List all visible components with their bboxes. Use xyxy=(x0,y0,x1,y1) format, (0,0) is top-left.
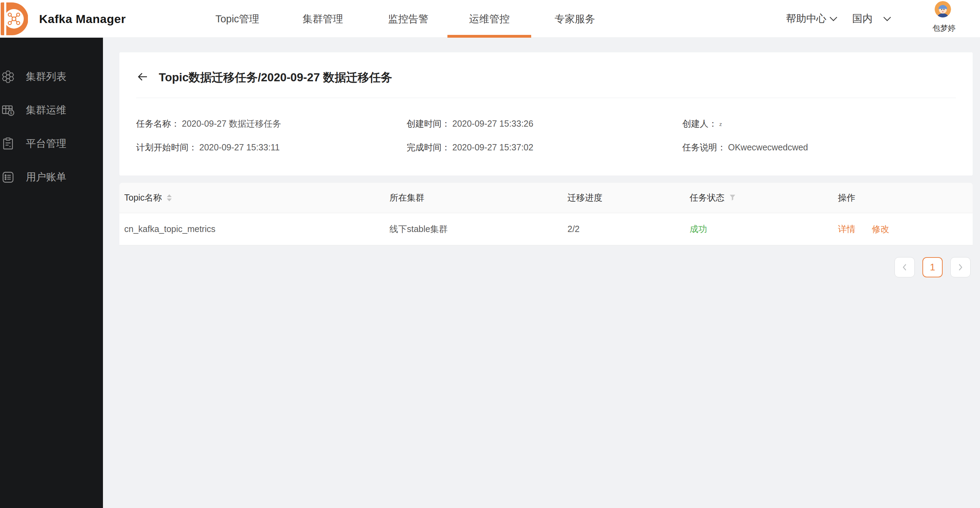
sort-control[interactable] xyxy=(167,194,172,201)
app-title: Kafka Manager xyxy=(39,0,126,38)
tab-topic-manage[interactable]: Topic管理 xyxy=(215,0,259,38)
next-page-button[interactable] xyxy=(950,257,970,277)
col-topic-name: Topic名称 xyxy=(119,183,385,213)
cluster-list-icon xyxy=(2,70,15,83)
top-header: Kafka Manager Topic管理 集群管理 监控告警 运维管控 专家服… xyxy=(0,0,980,38)
username: 包梦婷 xyxy=(932,23,956,33)
detail-task-description: 任务说明：OKwecwecwedcwed xyxy=(682,142,808,153)
caret-up-icon xyxy=(167,194,172,197)
sidebar-item-user-billing[interactable]: 用户账单 xyxy=(0,160,103,194)
cell-actions: 详情 修改 xyxy=(833,213,973,245)
detail-finish-time: 完成时间：2020-09-27 15:37:02 xyxy=(407,142,533,153)
filter-funnel-icon[interactable] xyxy=(729,194,737,201)
sidebar-item-label: 平台管理 xyxy=(26,137,66,151)
cell-progress: 2/2 xyxy=(563,213,685,245)
tab-expert-service[interactable]: 专家服务 xyxy=(555,0,595,38)
chevron-right-icon xyxy=(957,263,964,271)
help-center-menu[interactable]: 帮助中心 xyxy=(786,0,838,38)
col-status: 任务状态 xyxy=(685,183,833,213)
region-label: 国内 xyxy=(852,12,872,26)
sidebar-item-label: 用户账单 xyxy=(26,170,66,184)
sidebar-item-platform-manage[interactable]: 平台管理 xyxy=(0,127,103,160)
page-1-button[interactable]: 1 xyxy=(923,257,943,277)
active-tab-indicator xyxy=(447,35,531,38)
divider xyxy=(136,98,956,98)
cell-cluster: 线下stable集群 xyxy=(385,213,563,245)
sidebar-item-label: 集群列表 xyxy=(26,70,66,84)
back-arrow-icon[interactable] xyxy=(136,70,149,83)
platform-manage-icon xyxy=(2,137,15,150)
avatar[interactable] xyxy=(935,1,951,17)
cell-topic-name: cn_kafka_topic_metrics xyxy=(119,213,385,245)
modify-link[interactable]: 修改 xyxy=(872,224,889,234)
detail-creator: 创建人：z xyxy=(682,118,722,129)
app-logo-icon xyxy=(0,2,28,36)
detail-plan-start-time: 计划开始时间：2020-09-27 15:33:11 xyxy=(136,142,280,153)
col-cluster: 所在集群 xyxy=(385,183,563,213)
task-detail-card: Topic数据迁移任务/2020-09-27 数据迁移任务 任务名称：2020-… xyxy=(119,52,973,176)
help-center-label: 帮助中心 xyxy=(786,12,826,26)
region-selector[interactable]: 国内 xyxy=(852,0,891,38)
chevron-left-icon xyxy=(901,263,908,271)
sidebar-item-cluster-ops[interactable]: $ 集群运维 xyxy=(0,94,103,127)
sidebar: 集群列表 $ 集群运维 平台管理 xyxy=(0,38,103,508)
status-badge: 成功 xyxy=(690,224,707,234)
page-title: Topic数据迁移任务/2020-09-27 数据迁移任务 xyxy=(159,70,392,86)
col-actions: 操作 xyxy=(833,183,973,213)
tab-ops-control[interactable]: 运维管控 xyxy=(469,0,509,38)
svg-text:$: $ xyxy=(10,111,12,115)
tab-monitor-alert[interactable]: 监控告警 xyxy=(388,0,429,38)
prev-page-button[interactable] xyxy=(894,257,915,277)
sidebar-item-cluster-list[interactable]: 集群列表 xyxy=(0,60,103,94)
col-progress: 迁移进度 xyxy=(563,183,685,213)
detail-task-name: 任务名称：2020-09-27 数据迁移任务 xyxy=(136,118,281,129)
chevron-down-icon xyxy=(883,16,891,22)
cluster-ops-icon: $ xyxy=(2,104,15,117)
table-row: cn_kafka_topic_metrics 线下stable集群 2/2 成功… xyxy=(119,213,973,245)
cell-status: 成功 xyxy=(685,213,833,245)
sidebar-item-label: 集群运维 xyxy=(26,103,66,117)
chevron-down-icon xyxy=(829,16,838,22)
user-billing-icon xyxy=(2,171,15,184)
table-header-row: Topic名称 所在集群 迁移进度 任务状态 xyxy=(119,183,973,213)
migration-table: Topic名称 所在集群 迁移进度 任务状态 xyxy=(119,183,973,245)
caret-down-icon xyxy=(167,198,172,201)
detail-link[interactable]: 详情 xyxy=(838,224,855,234)
detail-create-time: 创建时间：2020-09-27 15:33:26 xyxy=(407,118,533,129)
tab-cluster-manage[interactable]: 集群管理 xyxy=(302,0,343,38)
pagination: 1 xyxy=(894,257,970,277)
